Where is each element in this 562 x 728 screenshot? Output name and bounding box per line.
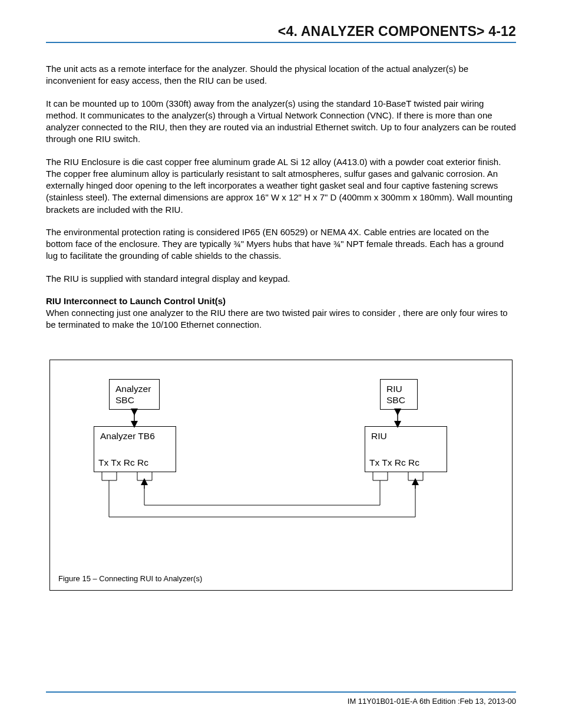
figure-caption: Figure 15 – Connecting RUI to Analyzer(s… xyxy=(58,574,202,583)
diagram-lines xyxy=(50,360,512,590)
footer-rule xyxy=(46,691,516,693)
figure-frame: Analyzer SBC Analyzer TB6 Tx Tx Rc Rc RI… xyxy=(49,360,513,591)
section-heading: RIU Interconnect to Launch Control Unit(… xyxy=(46,295,516,307)
page: <4. ANALYZER COMPONENTS> 4-12 The unit a… xyxy=(0,0,562,728)
footer-text: IM 11Y01B01-01E-A 6th Edition :Feb 13, 2… xyxy=(348,697,516,706)
paragraph: It can be mounted up to 100m (330ft) awa… xyxy=(46,98,516,146)
paragraph: The unit acts as a remote interface for … xyxy=(46,63,516,87)
body-text: The unit acts as a remote interface for … xyxy=(46,63,516,331)
page-header: <4. ANALYZER COMPONENTS> 4-12 xyxy=(46,24,516,43)
paragraph: When connecting just one analyzer to the… xyxy=(46,307,516,331)
diagram: Analyzer SBC Analyzer TB6 Tx Tx Rc Rc RI… xyxy=(50,360,512,590)
paragraph: The RIU Enclosure is die cast copper fre… xyxy=(46,156,516,216)
paragraph: The RIU is supplied with standard integr… xyxy=(46,273,516,285)
paragraph: The environmental protection rating is c… xyxy=(46,226,516,262)
